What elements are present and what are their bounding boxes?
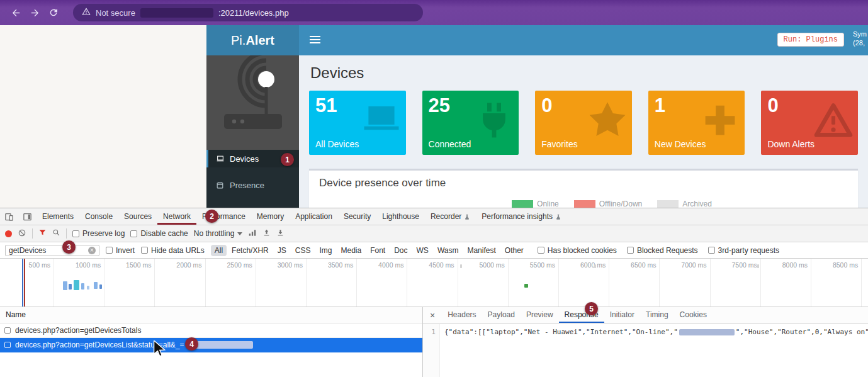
close-icon[interactable] (423, 310, 442, 320)
network-conditions-icon[interactable] (248, 228, 257, 239)
checkbox-icon[interactable] (708, 247, 715, 254)
detail-tab[interactable]: Preview (521, 307, 559, 323)
detail-tab[interactable]: Timing (640, 307, 674, 323)
devtools-tab[interactable]: Application (290, 208, 338, 225)
legend-item: Archived (657, 200, 712, 208)
request-type-pill[interactable]: Font (366, 245, 389, 256)
timeline-gridline (861, 259, 862, 307)
hamburger-icon[interactable] (310, 36, 320, 43)
timeline-tick-label: 2000 ms (157, 261, 202, 269)
export-har-icon[interactable] (276, 228, 285, 239)
checkbox-icon[interactable] (130, 230, 137, 237)
detail-tabs: HeadersPayloadPreviewResponseInitiatorTi… (442, 307, 713, 323)
pialert-app: Pi.Alert (206, 25, 868, 208)
reload-icon[interactable] (44, 3, 63, 22)
detail-tab[interactable]: Initiator (604, 307, 640, 323)
screenshot-root: Not secure :20211/devices.php Pi.Alert (0, 0, 868, 377)
detail-tab[interactable]: Cookies (674, 307, 713, 323)
timeline-tick-label: 500 ms (5, 261, 50, 269)
clear-icon[interactable] (18, 228, 26, 239)
record-icon[interactable] (5, 230, 12, 237)
stat-card-all-devices[interactable]: 51All Devices (309, 91, 406, 155)
extra-filter-checkbox[interactable]: 3rd-party requests (708, 246, 779, 255)
device-toolbar-icon[interactable] (0, 208, 18, 225)
devtools-tab[interactable]: Security (338, 208, 376, 225)
back-icon[interactable] (6, 3, 25, 22)
stat-card-connected[interactable]: 25Connected (422, 91, 519, 155)
request-type-pill[interactable]: Wasm (434, 245, 463, 256)
checkbox-icon[interactable] (627, 247, 634, 254)
run-plugins-button[interactable]: Run: Plugins (777, 33, 844, 47)
search-icon[interactable] (52, 228, 60, 239)
filter-icon[interactable] (38, 228, 47, 239)
clear-filter-icon[interactable] (88, 247, 96, 254)
invert-checkbox[interactable]: Invert (106, 246, 135, 255)
timeline-gridline (154, 259, 155, 307)
app-logo[interactable]: Pi.Alert (206, 25, 299, 55)
stat-card-favorites[interactable]: 0Favorites (535, 91, 632, 155)
devtools-tab[interactable]: Lighthouse (376, 208, 425, 225)
timeline-tick-label: 2500 ms (207, 261, 252, 269)
timeline-tick-label: 5000 ms (459, 261, 505, 269)
timeline-gridline (760, 259, 761, 307)
request-type-pill[interactable]: CSS (291, 245, 315, 256)
devtools-tab[interactable]: Recorder (425, 208, 476, 225)
request-list-header[interactable]: Name (0, 307, 422, 324)
timeline-activity-mark (81, 283, 84, 290)
request-type-pill[interactable]: JS (274, 245, 290, 256)
devtools-tab[interactable]: Sources (118, 208, 157, 225)
network-overview-timeline[interactable]: 500 ms1000 ms1500 ms2000 ms2500 ms3000 m… (0, 259, 868, 307)
stat-label: New Devices (655, 139, 706, 149)
line-number: 1 (423, 324, 440, 377)
security-warning-label[interactable]: Not secure (96, 8, 135, 18)
devtools-tab[interactable]: Performance insights (476, 208, 567, 225)
extra-filter-checkbox[interactable]: Has blocked cookies (538, 246, 617, 255)
stat-label: Connected (429, 139, 471, 149)
import-har-icon[interactable] (262, 228, 271, 239)
request-row[interactable]: devices.php?action=getDevicesTotals (0, 324, 422, 338)
checkbox-icon[interactable] (4, 327, 11, 334)
checkbox-icon[interactable] (4, 342, 11, 348)
disable-cache-checkbox[interactable]: Disable cache (130, 229, 188, 238)
request-type-pill[interactable]: Img (315, 245, 335, 256)
request-type-pill[interactable]: Doc (390, 245, 411, 256)
throttling-dropdown[interactable]: No throttling (194, 229, 243, 238)
detail-tab[interactable]: Headers (442, 307, 482, 323)
checkbox-icon[interactable] (538, 247, 544, 254)
address-bar[interactable]: Not secure :20211/devices.php (73, 4, 423, 21)
checkbox-icon[interactable] (141, 247, 148, 254)
request-type-pill[interactable]: Media (337, 245, 365, 256)
response-viewer[interactable]: 1 {"data":[["laptop","Net - Huawei","Int… (423, 324, 868, 377)
stat-card-down-alerts[interactable]: 0Down Alerts (761, 91, 858, 155)
flask-icon (464, 213, 470, 220)
request-type-pill[interactable]: Fetch/XHR (228, 245, 273, 256)
response-line: {"data":[["laptop","Net - Huawei","Inter… (440, 324, 868, 377)
request-type-pill[interactable]: WS (413, 245, 432, 256)
star-icon (587, 99, 628, 141)
checkbox-icon[interactable] (106, 247, 113, 254)
hide-data-urls-checkbox[interactable]: Hide data URLs (141, 246, 205, 255)
stat-card-new-devices[interactable]: 1New Devices (648, 91, 745, 155)
request-type-pill[interactable]: Manifest (463, 245, 499, 256)
devtools-tab[interactable]: Console (79, 208, 118, 225)
extra-filter-checkbox[interactable]: Blocked Requests (627, 246, 698, 255)
detail-tab[interactable]: Payload (482, 307, 521, 323)
devtools-tab[interactable]: Elements (37, 208, 79, 225)
redacted-response-value (679, 329, 735, 335)
request-row-selected[interactable]: devices.php?action=getDevicesList&status… (0, 338, 422, 352)
mouse-cursor (153, 340, 166, 361)
request-type-pill[interactable]: All (211, 245, 227, 256)
forward-icon[interactable] (25, 3, 44, 22)
dock-side-icon[interactable] (18, 208, 37, 225)
sidebar-item-presence[interactable]: Presence (206, 176, 299, 194)
laptop-icon (215, 155, 225, 163)
checkbox-icon[interactable] (72, 230, 79, 237)
preserve-log-checkbox[interactable]: Preserve log (72, 229, 125, 238)
devtools-tab[interactable]: Memory (251, 208, 290, 225)
navbar-user-text[interactable]: Sym (28, (853, 30, 868, 47)
page-background (0, 25, 206, 208)
timeline-gridline (104, 259, 104, 307)
request-type-pill[interactable]: Other (501, 245, 527, 256)
devtools-tab[interactable]: Network (157, 208, 196, 225)
page-title: Devices (310, 64, 858, 82)
